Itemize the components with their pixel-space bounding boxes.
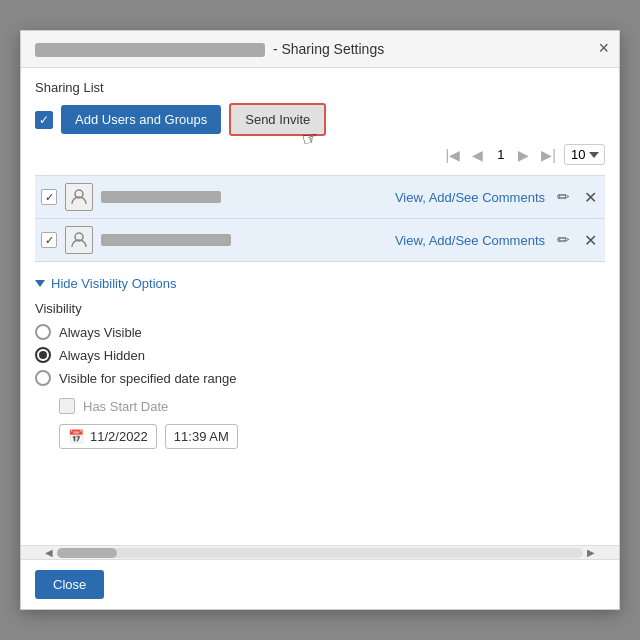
close-button[interactable]: Close <box>35 570 104 599</box>
has-start-date-checkbox[interactable] <box>59 398 75 414</box>
table-row: View, Add/See Comments ✏ ✕ <box>35 219 605 262</box>
user-2-edit-button[interactable]: ✏ <box>553 231 574 249</box>
user-2-checkbox[interactable] <box>41 232 57 248</box>
radio-always-hidden-circle <box>35 347 51 363</box>
scroll-thumb <box>57 548 117 558</box>
user-list: View, Add/See Comments ✏ ✕ View, Add/See… <box>35 175 605 262</box>
visibility-toggle-label: Hide Visibility Options <box>51 276 176 291</box>
user-1-avatar <box>65 183 93 211</box>
user-1-edit-button[interactable]: ✏ <box>553 188 574 206</box>
date-input[interactable]: 📅 11/2/2022 <box>59 424 157 449</box>
time-value: 11:39 AM <box>174 429 229 444</box>
sharing-list-label: Sharing List <box>35 80 605 95</box>
user-2-name <box>101 234 231 246</box>
user-1-permission: View, Add/See Comments <box>395 190 545 205</box>
visibility-radio-group: Always Visible Always Hidden Visible for… <box>35 324 605 386</box>
radio-always-hidden[interactable]: Always Hidden <box>35 347 605 363</box>
title-blurred-part <box>35 43 265 57</box>
dialog-close-button[interactable]: × <box>598 39 609 57</box>
user-2-avatar <box>65 226 93 254</box>
has-start-date-label: Has Start Date <box>83 399 168 414</box>
dialog-body: Sharing List Add Users and Groups Send I… <box>21 68 619 545</box>
radio-always-visible-circle <box>35 324 51 340</box>
radio-date-range-label: Visible for specified date range <box>59 371 237 386</box>
horizontal-scrollbar[interactable]: ◀ ▶ <box>21 545 619 559</box>
dialog-title: - Sharing Settings <box>35 41 384 57</box>
radio-date-range-circle <box>35 370 51 386</box>
scroll-left-arrow[interactable]: ◀ <box>41 547 57 558</box>
next-page-button[interactable]: ▶ <box>514 145 533 165</box>
visibility-section: Hide Visibility Options Visibility Alway… <box>35 276 605 449</box>
per-page-select[interactable]: 10 25 50 <box>564 144 605 165</box>
title-suffix: - Sharing Settings <box>273 41 384 57</box>
current-page: 1 <box>491 145 510 164</box>
select-all-checkbox[interactable] <box>35 111 53 129</box>
date-value: 11/2/2022 <box>90 429 148 444</box>
radio-always-hidden-label: Always Hidden <box>59 348 145 363</box>
date-row: 📅 11/2/2022 11:39 AM <box>59 424 605 449</box>
has-start-date-row: Has Start Date <box>59 398 605 414</box>
table-row: View, Add/See Comments ✏ ✕ <box>35 175 605 219</box>
calendar-icon: 📅 <box>68 429 84 444</box>
dialog-footer: Close <box>21 559 619 609</box>
scroll-right-arrow[interactable]: ▶ <box>583 547 599 558</box>
first-page-button[interactable]: |◀ <box>441 145 464 165</box>
add-users-button[interactable]: Add Users and Groups <box>61 105 221 134</box>
radio-always-visible-label: Always Visible <box>59 325 142 340</box>
user-2-permission: View, Add/See Comments <box>395 233 545 248</box>
user-1-name <box>101 191 221 203</box>
scroll-track <box>57 548 583 558</box>
sharing-settings-dialog: - Sharing Settings × Sharing List Add Us… <box>20 30 620 610</box>
pagination-row: |◀ ◀ 1 ▶ ▶| 10 25 50 <box>35 144 605 165</box>
visibility-section-label: Visibility <box>35 301 605 316</box>
user-1-remove-button[interactable]: ✕ <box>582 188 599 207</box>
toolbar-row: Add Users and Groups Send Invite ☞ <box>35 103 605 136</box>
radio-always-visible[interactable]: Always Visible <box>35 324 605 340</box>
time-input[interactable]: 11:39 AM <box>165 424 238 449</box>
visibility-toggle[interactable]: Hide Visibility Options <box>35 276 605 291</box>
radio-date-range[interactable]: Visible for specified date range <box>35 370 605 386</box>
user-1-checkbox[interactable] <box>41 189 57 205</box>
dialog-header: - Sharing Settings × <box>21 31 619 68</box>
prev-page-button[interactable]: ◀ <box>468 145 487 165</box>
user-2-remove-button[interactable]: ✕ <box>582 231 599 250</box>
triangle-down-icon <box>35 280 45 287</box>
last-page-button[interactable]: ▶| <box>537 145 560 165</box>
